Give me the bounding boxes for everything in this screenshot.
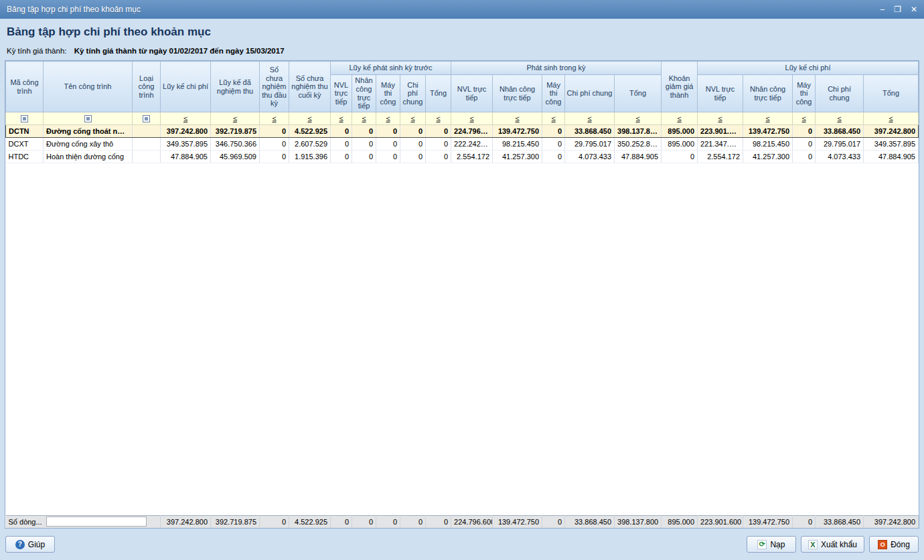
filter-cell[interactable]: ≤ — [743, 112, 793, 125]
col-header-g3-nvl[interactable]: NVL trực tiếp — [698, 75, 743, 112]
table-row[interactable]: DCTNĐường cống thoát nước397.242.800392.… — [6, 125, 919, 138]
cell-number[interactable]: 397.242.800 — [161, 125, 211, 138]
col-header-g1-nhan-cong[interactable]: Nhân công trực tiếp — [352, 75, 376, 112]
filter-cell[interactable]: ≤ — [400, 112, 426, 125]
cell-number[interactable]: 0 — [400, 151, 426, 163]
cell-number[interactable]: 41.257.300 — [743, 151, 793, 163]
table-row[interactable]: HTDCHoàn thiện đường cống47.884.90545.96… — [6, 151, 919, 163]
cell-number[interactable]: 33.868.450 — [565, 125, 615, 138]
group-header-luy-ke-chi-phi[interactable]: Lũy kế chi phí — [698, 62, 919, 75]
cell-number[interactable]: 0 — [793, 138, 816, 151]
filter-le-icon[interactable]: ≤ — [765, 114, 771, 122]
cell-number[interactable]: 392.719.875 — [211, 125, 260, 138]
maximize-icon[interactable]: ❐ — [894, 5, 901, 13]
cell-project-code[interactable]: HTDC — [6, 151, 44, 163]
cell-number[interactable]: 0 — [662, 151, 698, 163]
col-header-g1-nvl[interactable]: NVL trực tiếp — [331, 75, 352, 112]
filter-le-icon[interactable]: ≤ — [271, 114, 277, 122]
cell-number[interactable]: 139.472.750 — [743, 125, 793, 138]
filter-checkbox-icon[interactable] — [143, 115, 150, 122]
filter-cell[interactable]: ≤ — [260, 112, 289, 125]
cell-number[interactable]: 2.607.529 — [289, 138, 331, 151]
summary-input[interactable] — [46, 517, 147, 527]
cell-number[interactable]: 4.073.433 — [816, 151, 864, 163]
col-header-luy-ke-chi-phi[interactable]: Lũy kế chi phí — [161, 62, 211, 112]
cell-number[interactable]: 47.884.905 — [615, 151, 662, 163]
cell-number[interactable]: 895.000 — [662, 138, 698, 151]
col-header-g3-chi-phi-chung[interactable]: Chi phí chung — [816, 75, 864, 112]
col-header-g2-nhan-cong[interactable]: Nhân công trực tiếp — [493, 75, 542, 112]
help-button[interactable]: ? Giúp — [5, 536, 55, 553]
filter-cell[interactable]: ≤ — [662, 112, 698, 125]
cell-number[interactable]: 397.242.800 — [864, 125, 919, 138]
cell-number[interactable]: 0 — [260, 138, 289, 151]
cell-project-code[interactable]: DCTN — [6, 125, 44, 138]
filter-le-icon[interactable]: ≤ — [587, 114, 593, 122]
cell-number[interactable]: 98.215.450 — [493, 138, 542, 151]
cell-project-name[interactable]: Đường cống thoát nước — [44, 125, 133, 138]
cell-number[interactable]: 221.347.428 — [698, 138, 743, 151]
cell-number[interactable]: 0 — [400, 125, 426, 138]
cell-number[interactable]: 41.257.300 — [493, 151, 542, 163]
filter-le-icon[interactable]: ≤ — [183, 114, 188, 122]
filter-cell[interactable]: ≤ — [615, 112, 662, 125]
filter-cell[interactable]: ≤ — [376, 112, 400, 125]
cell-number[interactable]: 0 — [352, 138, 376, 151]
group-header-luy-ke-phat-sinh-ky-truoc[interactable]: Lũy kế phát sinh kỳ trước — [331, 62, 451, 75]
filter-cell[interactable]: ≤ — [493, 112, 542, 125]
filter-le-icon[interactable]: ≤ — [232, 114, 238, 122]
cell-number[interactable]: 0 — [260, 151, 289, 163]
cell-number[interactable]: 29.795.017 — [565, 138, 615, 151]
filter-cell[interactable] — [44, 112, 133, 125]
filter-checkbox-icon[interactable] — [21, 115, 28, 122]
filter-cell[interactable]: ≤ — [451, 112, 493, 125]
minimize-icon[interactable]: – — [880, 5, 884, 13]
col-header-g3-tong[interactable]: Tổng — [864, 75, 919, 112]
cell-number[interactable]: 0 — [376, 125, 400, 138]
col-header-g1-chi-phi-chung[interactable]: Chi phí chung — [400, 75, 426, 112]
col-header-g1-may-thi-cong[interactable]: Máy thi công — [376, 75, 400, 112]
cell-number[interactable]: 0 — [426, 151, 451, 163]
cell-project-name[interactable]: Đường cống xây thô — [44, 138, 133, 151]
filter-cell[interactable]: ≤ — [565, 112, 615, 125]
filter-le-icon[interactable]: ≤ — [361, 114, 366, 122]
filter-cell[interactable] — [6, 112, 44, 125]
filter-cell[interactable]: ≤ — [864, 112, 919, 125]
filter-le-icon[interactable]: ≤ — [469, 114, 475, 122]
cell-number[interactable]: 0 — [331, 151, 352, 163]
cell-number[interactable]: 0 — [793, 125, 816, 138]
filter-le-icon[interactable]: ≤ — [385, 114, 390, 122]
cell-project-code[interactable]: DCXT — [6, 138, 44, 151]
cell-number[interactable]: 139.472.750 — [493, 125, 542, 138]
close-button[interactable]: O Đóng — [869, 536, 919, 553]
cell-number[interactable]: 0 — [542, 151, 565, 163]
col-header-g2-tong[interactable]: Tổng — [615, 75, 662, 112]
cell-number[interactable]: 1.915.396 — [289, 151, 331, 163]
filter-cell[interactable]: ≤ — [542, 112, 565, 125]
cell-number[interactable]: 0 — [331, 138, 352, 151]
filter-cell[interactable]: ≤ — [352, 112, 376, 125]
cell-number[interactable]: 47.884.905 — [864, 151, 919, 163]
col-header-loai-cong-trinh[interactable]: Loại công trình — [133, 62, 161, 112]
cell-number[interactable]: 0 — [376, 151, 400, 163]
cell-number[interactable]: 350.252.895 — [615, 138, 662, 151]
filter-cell[interactable]: ≤ — [161, 112, 211, 125]
cell-project-type[interactable] — [133, 125, 161, 138]
cell-number[interactable]: 398.137.800 — [615, 125, 662, 138]
cell-number[interactable]: 0 — [352, 151, 376, 163]
filter-le-icon[interactable]: ≤ — [677, 114, 682, 122]
cell-project-type[interactable] — [133, 151, 161, 163]
filter-checkbox-icon[interactable] — [84, 115, 92, 122]
col-header-luy-ke-da-nghiem-thu[interactable]: Lũy kế đã nghiệm thu — [211, 62, 260, 112]
cell-project-type[interactable] — [133, 138, 161, 151]
cell-number[interactable]: 0 — [542, 125, 565, 138]
filter-cell[interactable]: ≤ — [211, 112, 260, 125]
filter-le-icon[interactable]: ≤ — [338, 114, 343, 122]
load-button[interactable]: ⟳ Nạp — [747, 536, 796, 553]
filter-le-icon[interactable]: ≤ — [515, 114, 520, 122]
filter-cell[interactable]: ≤ — [816, 112, 864, 125]
cell-number[interactable]: 349.357.895 — [161, 138, 211, 151]
cell-number[interactable]: 0 — [260, 125, 289, 138]
cell-number[interactable]: 895.000 — [662, 125, 698, 138]
cell-number[interactable]: 4.073.433 — [565, 151, 615, 163]
